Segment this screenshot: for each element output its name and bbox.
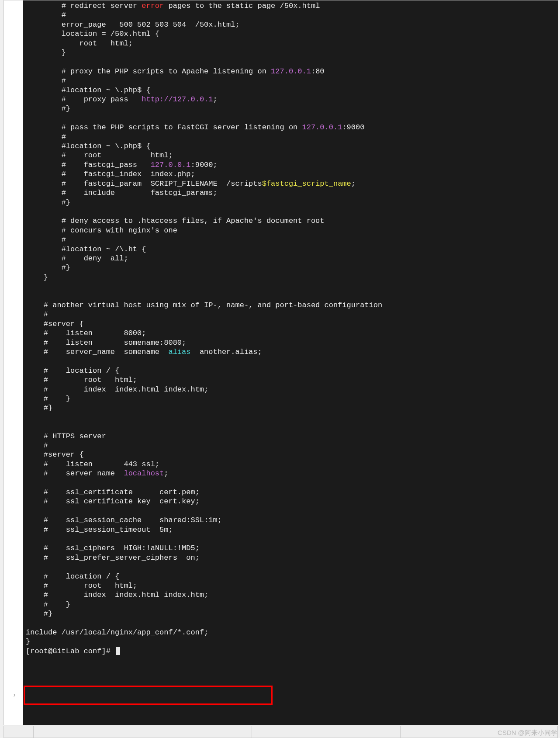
code-line	[26, 282, 558, 291]
code-segment: # pass the PHP scripts to FastCGI server…	[62, 123, 302, 132]
tab-segment[interactable]	[252, 726, 401, 738]
code-line: # server_name somename alias another.ali…	[26, 347, 558, 357]
code-segment: ;	[164, 469, 168, 478]
code-segment: # server_name	[44, 469, 124, 478]
code-line: #	[26, 235, 558, 244]
code-line: # include fastcgi_params;	[26, 188, 558, 197]
code-segment: }	[26, 638, 30, 646]
code-segment: #server {	[44, 320, 84, 328]
code-segment: # redirect server	[62, 2, 142, 10]
code-segment: #location ~ \.php$ {	[62, 86, 151, 94]
code-line: # fastcgi_index index.php;	[26, 170, 558, 179]
tab-segment[interactable]	[34, 726, 252, 738]
code-line: # server_name localhost;	[26, 469, 558, 478]
code-line: #}	[26, 263, 558, 272]
code-segment: #}	[44, 610, 52, 618]
code-line: # fastcgi_param SCRIPT_FILENAME /scripts…	[26, 179, 558, 188]
code-line	[26, 207, 558, 216]
tab-segment[interactable]	[4, 726, 34, 738]
code-line	[26, 534, 558, 544]
code-line: # fastcgi_pass 127.0.0.1:9000;	[26, 160, 558, 170]
code-segment: # deny all;	[62, 254, 128, 263]
shell-prompt-line[interactable]: [root@GitLab conf]#	[26, 647, 558, 656]
code-line: #}	[26, 609, 558, 618]
code-segment: # listen 443 ssl;	[44, 460, 159, 468]
code-line	[26, 357, 558, 366]
code-line: # index index.html index.htm;	[26, 385, 558, 394]
code-line	[26, 506, 558, 516]
code-line: #server {	[26, 450, 558, 459]
code-line: # ssl_certificate_key cert.key;	[26, 497, 558, 506]
code-segment: error_page 500 502 503 504 /50x.html;	[62, 21, 240, 29]
code-segment: # location / {	[44, 367, 119, 375]
code-segment: }	[44, 273, 48, 281]
code-segment: #location ~ \.php$ {	[62, 142, 151, 150]
code-segment: # another virtual host using mix of IP-,…	[44, 301, 382, 309]
code-line: error_page 500 502 503 504 /50x.html;	[26, 20, 558, 29]
code-line: # ssl_prefer_server_ciphers on;	[26, 553, 558, 562]
code-line: include /usr/local/nginx/app_conf/*.conf…	[26, 628, 558, 637]
code-segment: 127.0.0.1	[271, 67, 311, 76]
code-segment: # server_name somename	[44, 348, 169, 356]
code-segment: #}	[44, 404, 52, 412]
code-segment: # ssl_prefer_server_ciphers on;	[44, 554, 200, 562]
code-line: }	[26, 48, 558, 57]
code-line: # location / {	[26, 366, 558, 375]
code-line	[26, 619, 558, 628]
code-segment: # root html;	[44, 376, 137, 384]
code-line: # ssl_session_timeout 5m;	[26, 525, 558, 534]
code-segment: #	[44, 441, 48, 450]
code-segment: http://127.0.0.1	[142, 95, 213, 104]
code-line: # ssl_ciphers HIGH:!aNULL:!MD5;	[26, 544, 558, 553]
code-line: # }	[26, 394, 558, 403]
code-segment: # root html;	[44, 582, 137, 590]
code-segment: 127.0.0.1	[302, 123, 342, 132]
code-segment: :9000;	[191, 161, 218, 169]
code-line: # root html;	[26, 151, 558, 160]
code-segment: # ssl_session_timeout 5m;	[44, 526, 173, 534]
code-line	[26, 562, 558, 572]
code-segment: # listen 8000;	[44, 329, 146, 337]
code-segment: #}	[62, 198, 70, 207]
code-line: # listen 443 ssl;	[26, 460, 558, 469]
terminal-window: › # redirect server error pages to the s…	[3, 0, 558, 725]
code-line: # root html;	[26, 581, 558, 590]
code-segment: # }	[44, 395, 70, 403]
code-line: #location ~ /\.ht {	[26, 245, 558, 254]
code-segment: }	[62, 49, 66, 57]
code-line: #}	[26, 104, 558, 113]
gutter-chevron-icon[interactable]: ›	[10, 691, 19, 700]
terminal-content[interactable]: # redirect server error pages to the sta…	[23, 0, 558, 725]
code-line: #}	[26, 198, 558, 207]
code-line: # listen 8000;	[26, 329, 558, 338]
code-line: # another virtual host using mix of IP-,…	[26, 301, 558, 310]
code-line: #	[26, 441, 558, 450]
code-line: #	[26, 310, 558, 319]
code-segment: #server {	[44, 450, 84, 459]
code-line: #location ~ \.php$ {	[26, 86, 558, 95]
code-segment: include /usr/local/nginx/app_conf/*.conf…	[26, 628, 208, 637]
code-segment: 127.0.0.1	[151, 161, 191, 169]
code-segment: # fastcgi_param SCRIPT_FILENAME /scripts	[62, 180, 262, 188]
code-segment: :80	[311, 67, 325, 76]
code-segment: localhost	[124, 469, 164, 478]
code-segment: another.alias;	[190, 348, 262, 356]
code-line: root html;	[26, 39, 558, 48]
code-segment: #	[44, 310, 48, 319]
code-segment: # proxy the PHP scripts to Apache listen…	[62, 67, 271, 76]
code-segment: ;	[213, 95, 218, 104]
bottom-tab-strip	[3, 726, 558, 738]
code-line: # pass the PHP scripts to FastCGI server…	[26, 123, 558, 132]
watermark-text: CSDN @阿来小同学	[498, 729, 557, 737]
code-line: # deny all;	[26, 254, 558, 263]
code-line: location = /50x.html {	[26, 29, 558, 38]
code-segment: # ssl_certificate cert.pem;	[44, 488, 200, 496]
code-segment: # HTTPS server	[44, 432, 106, 440]
code-line: # ssl_session_cache shared:SSL:1m;	[26, 516, 558, 525]
code-line: }	[26, 637, 558, 646]
code-line	[26, 478, 558, 488]
code-line: #location ~ \.php$ {	[26, 142, 558, 151]
code-line: #server {	[26, 319, 558, 329]
code-line: # redirect server error pages to the sta…	[26, 1, 558, 10]
code-line	[26, 422, 558, 431]
